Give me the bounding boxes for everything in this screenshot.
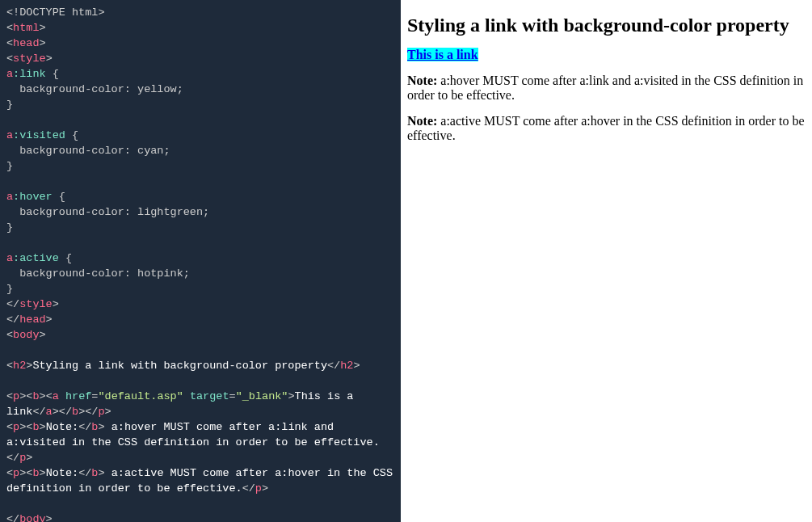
code-token: html [13,22,39,34]
code-token: head [13,37,39,49]
code-token: : [124,83,137,95]
code-token: </ [6,452,19,464]
code-token: Note: [46,467,79,479]
code-token: <! [6,6,19,19]
code-token: > [288,390,294,402]
note-label: Note: [407,74,437,87]
code-token: > [98,6,104,19]
preview-heading: Styling a link with background-color pro… [407,15,806,36]
code-token: </ [242,482,255,495]
code-token: > [40,22,46,34]
code-token: } [6,283,13,295]
code-token: { [53,191,65,203]
code-token: :hover [13,191,53,203]
code-token: Styling a link with background-color pro… [32,360,327,372]
code-token: h2 [340,360,353,372]
code-token: :active [13,252,59,264]
code-token: head [19,314,45,326]
preview-note-1: Note: a:hover MUST come after a:link and… [407,74,806,103]
code-token: style [13,53,46,65]
code-token: > [98,467,104,479]
code-token: > [40,421,46,433]
code-token: </ [327,360,340,372]
code-token: a [6,68,13,80]
code-token: :link [13,68,46,80]
code-token: { [59,252,72,264]
code-token: < [6,421,13,433]
code-token: body [13,329,39,341]
code-token: } [6,160,13,172]
code-token: background-color [6,206,124,218]
code-token: < [6,22,13,34]
code-token: b [72,406,78,418]
code-token: >< [40,390,53,402]
code-token: a [46,406,53,418]
code-token: a [6,129,13,141]
code-token: p [13,467,19,479]
code-token: > [105,406,111,418]
code-token: </ [78,467,91,479]
code-token: > [46,513,53,522]
code-token: a [53,390,59,402]
code-token: ></ [78,406,98,418]
code-token: "default.asp" [98,390,183,402]
code-token: "_blank" [236,390,288,402]
code-token: >< [19,467,32,479]
code-token: : [124,267,137,280]
code-token: < [6,360,13,372]
code-token: < [6,37,13,49]
code-token: } [6,99,13,111]
code-token: { [46,68,59,80]
code-token: cyan [137,145,163,157]
code-token: { [65,129,78,141]
code-token: href [59,390,92,402]
code-token: </ [6,298,19,310]
code-token: ; [203,206,209,218]
code-token: } [6,221,13,234]
code-token: DOCTYPE html [19,6,98,19]
code-token: p [13,390,19,402]
code-token: yellow [137,83,177,95]
code-token: lightgreen [137,206,203,218]
preview-panel: Styling a link with background-color pro… [401,0,812,522]
preview-note-2: Note: a:active MUST come after a:hover i… [407,114,806,143]
preview-link[interactable]: This is a link [407,48,478,61]
code-token: hotpink [137,267,183,280]
code-token: > [98,421,104,433]
code-token: </ [78,421,91,433]
code-token: > [40,37,46,49]
code-token: a [6,191,13,203]
code-token: : [124,206,137,218]
code-token: ; [163,145,170,157]
code-token: p [13,421,19,433]
code-token: > [40,467,46,479]
code-token: > [353,360,360,372]
code-token: = [229,390,236,402]
note-label: Note: [407,114,437,128]
code-token: >< [19,421,32,433]
code-token: < [6,467,13,479]
code-token: </ [6,513,19,522]
code-token: </ [32,406,45,418]
code-token: < [6,329,13,341]
code-token: ; [177,83,183,95]
code-token: p [98,406,104,418]
note-text: a:hover MUST come after a:link and a:vis… [407,74,803,102]
code-editor-panel[interactable]: <!DOCTYPE html> <html> <head> <style> a:… [0,0,401,522]
code-token: p [255,482,262,495]
code-token: b [32,421,39,433]
code-token: style [19,298,53,310]
code-token: </ [6,314,19,326]
code-token: background-color [6,267,124,280]
preview-link-paragraph: This is a link [407,48,806,62]
code-token: < [6,390,13,402]
code-token: ; [183,267,190,280]
code-token: : [124,145,137,157]
code-token: target [183,390,229,402]
code-token: b [32,467,39,479]
code-token: h2 [13,360,26,372]
note-text: a:active MUST come after a:hover in the … [407,114,805,142]
code-token: < [6,53,13,65]
code-token: body [19,513,45,522]
code-token: Note: [46,421,79,433]
